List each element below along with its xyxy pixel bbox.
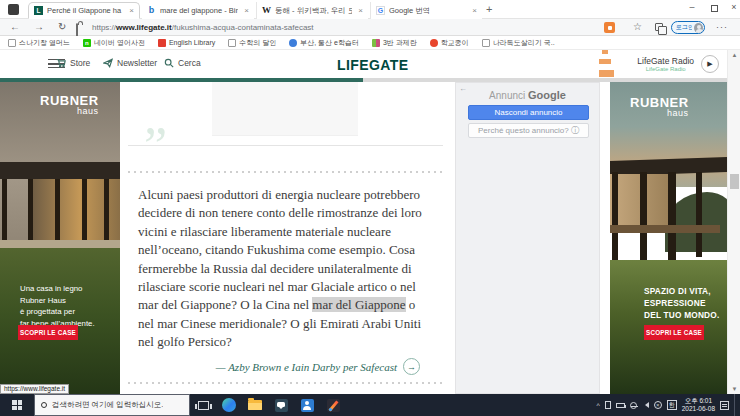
page-icon xyxy=(482,39,490,47)
bookmark-item[interactable]: 수학의 달인 xyxy=(228,38,276,48)
tab-close-icon[interactable]: × xyxy=(127,6,134,15)
collections-icon[interactable] xyxy=(655,23,663,31)
bookmark-label: 수학의 달인 xyxy=(239,38,276,48)
google-ads-label: Annunci Google xyxy=(456,89,599,101)
tab-close-icon[interactable]: × xyxy=(356,6,363,15)
tab-close-icon[interactable]: × xyxy=(470,6,477,15)
wikipedia-favicon: W xyxy=(262,6,271,15)
bookmark-item-english-library[interactable]: English Library xyxy=(158,39,215,47)
scopri-le-case-button[interactable]: SCOPRI LE CASE xyxy=(18,325,78,340)
scopri-le-case-button[interactable]: SCOPRI LE CASE xyxy=(644,325,704,340)
taskbar-chat-app-button[interactable] xyxy=(268,394,294,416)
taskbar-clock[interactable]: 오후 6:012021-06-08 xyxy=(682,397,715,413)
ad-photo-roof xyxy=(0,162,120,179)
maximize-button[interactable] xyxy=(704,4,724,14)
bookmark-item[interactable]: 부산, 울산 e학습터 xyxy=(289,38,359,48)
rubner-ad-right[interactable]: RUBNERhaus SPAZIO DI VITA, ESPRESSIONE D… xyxy=(610,77,727,394)
google-ad-panel: ← Annunci Google Nascondi annuncio Perch… xyxy=(455,82,600,394)
tray-document-icon[interactable] xyxy=(605,401,611,409)
ad-photo-deck xyxy=(610,225,720,233)
refresh-icon[interactable]: ↻ xyxy=(58,21,66,32)
person-icon xyxy=(301,399,314,412)
browser-toolbar: ← → ↻ https://www.lifegate.it/fukushima-… xyxy=(0,19,740,36)
bookmark-item[interactable]: 스나기창 열머느 xyxy=(8,38,70,48)
profile-signin-button[interactable]: 로그인 xyxy=(671,21,705,34)
notification-center-icon[interactable] xyxy=(720,401,729,410)
bookmarks-bar: 스나기창 열머느 n네이버 영어사전 English Library 수학의 달… xyxy=(0,36,740,50)
volume-icon[interactable] xyxy=(642,402,649,408)
hidden-icons-caret[interactable]: ^ xyxy=(596,402,599,409)
radio-play-button[interactable]: ▶ xyxy=(701,55,719,73)
bookmark-item[interactable]: 3반 과제란 xyxy=(372,38,417,48)
close-window-button[interactable]: × xyxy=(724,2,740,12)
rubner-logo: RUBNERhaus xyxy=(630,97,689,119)
date-label: 2021-06-08 xyxy=(682,405,715,412)
taskbar-search-box[interactable]: 검색하려면 여기에 입력하십시오. xyxy=(34,394,190,416)
bookmark-item[interactable]: 학교종이 xyxy=(430,38,469,48)
show-desktop-button[interactable] xyxy=(734,394,736,416)
browser-tab-strip: L Perché il Giappone ha deciso di c × b … xyxy=(0,0,740,19)
bookmark-item-naver-dict[interactable]: n네이버 영어사전 xyxy=(83,38,145,48)
new-tab-button[interactable]: + xyxy=(486,3,492,15)
url-scheme: https:// xyxy=(92,23,116,32)
edge-icon xyxy=(222,398,236,412)
forward-icon[interactable]: → xyxy=(34,21,44,32)
tab-wikipedia[interactable]: W 동해 - 위키백과, 우리 모두의 백: × xyxy=(256,2,368,19)
minimize-button[interactable]: – xyxy=(682,2,702,12)
taskbar-pen-app-button[interactable] xyxy=(320,394,346,416)
network-icon[interactable] xyxy=(630,402,637,409)
scroll-down-icon[interactable]: ▼ xyxy=(728,386,740,392)
highlighted-text: mar del Giappone xyxy=(312,297,405,312)
ime-indicator[interactable]: 한 xyxy=(667,400,677,410)
ad-copy-line: SPAZIO DI VITA, xyxy=(644,285,719,297)
taskbar-person-app-button[interactable] xyxy=(294,394,320,416)
newsletter-link[interactable]: Newsletter xyxy=(103,58,157,68)
store-link[interactable]: Store xyxy=(56,58,90,68)
school-bell-icon xyxy=(430,39,438,47)
tab-close-icon[interactable]: × xyxy=(242,6,249,15)
naver-icon: n xyxy=(83,39,91,47)
taskbar-explorer-button[interactable] xyxy=(242,394,268,416)
start-button[interactable] xyxy=(0,394,34,416)
more-menu-icon[interactable]: ··· xyxy=(716,22,728,32)
tab-title: mare del giappone - Bing xyxy=(160,6,238,15)
why-this-ad-button[interactable]: Perché questo annuncio? ⓘ xyxy=(468,123,589,138)
task-view-button[interactable] xyxy=(190,394,216,416)
taskbar: 검색하려면 여기에 입력하십시오. ^ × 한 오후 6:012021-06-0… xyxy=(0,394,740,416)
favorite-star-icon[interactable]: ☆ xyxy=(633,21,642,32)
bookmark-item[interactable]: 나라독도살리기 국.. xyxy=(482,38,555,48)
reading-progress-fill xyxy=(0,78,363,82)
bookmark-label: 3반 과제란 xyxy=(383,38,417,48)
pen-icon xyxy=(327,399,340,412)
window-icon xyxy=(8,4,19,15)
tab-bing-search[interactable]: b mare del giappone - Bing × xyxy=(142,2,254,19)
taskbar-edge-button[interactable] xyxy=(216,394,242,416)
google-translate-favicon: G xyxy=(376,6,385,15)
ad-copy-text: Una casa in legno Rubner Haus è progetta… xyxy=(20,283,95,329)
back-icon[interactable]: ← xyxy=(10,21,20,32)
page-scrollbar[interactable]: ▲ ▼ xyxy=(727,50,740,394)
bookmark-label: 나라독도살리기 국.. xyxy=(493,38,555,48)
tray-close-circle-icon[interactable]: × xyxy=(654,401,662,409)
library-icon xyxy=(158,39,166,47)
quote-paragraph: Alcuni paesi produttori di energia nucle… xyxy=(138,186,432,352)
address-bar[interactable]: https://www.lifegate.it/fukushima-acqua-… xyxy=(92,23,314,32)
elearning-icon xyxy=(289,39,297,47)
battery-icon[interactable] xyxy=(616,403,625,408)
arrow-link-button[interactable]: → xyxy=(403,358,420,375)
scroll-up-icon[interactable]: ▲ xyxy=(728,52,740,58)
divider xyxy=(128,145,443,146)
tab-lifegate-article[interactable]: L Perché il Giappone ha deciso di c × xyxy=(28,2,140,19)
article-image-placeholder xyxy=(212,82,358,136)
tab-google-translate[interactable]: G Google 번역 × xyxy=(370,2,482,19)
lifegate-logo[interactable]: LIFEGATE xyxy=(337,57,403,73)
scrollbar-thumb[interactable] xyxy=(730,174,739,189)
hide-ad-button[interactable]: Nascondi annuncio xyxy=(468,105,589,120)
cart-icon xyxy=(56,58,66,68)
extension-icon[interactable] xyxy=(604,22,615,33)
rubner-ad-left[interactable]: RUBNERhaus Una casa in legno Rubner Haus… xyxy=(0,82,120,394)
search-link[interactable]: Cerca xyxy=(164,58,201,68)
quote-attribution: — Azby Brown e Iain Darby per Safecast → xyxy=(120,358,420,375)
bookmark-label: 부산, 울산 e학습터 xyxy=(300,38,359,48)
partial-ad-logo xyxy=(596,50,614,82)
